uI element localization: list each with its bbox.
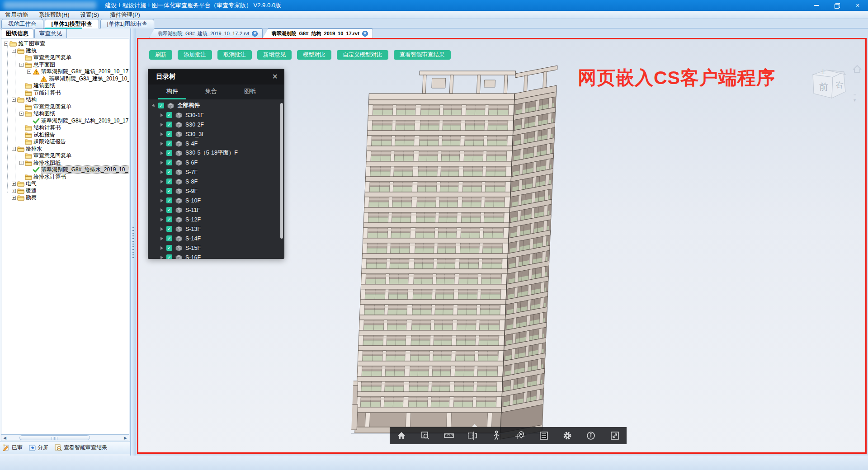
- tree-item[interactable]: 翡翠湖别院_G8#_结构_2019_10_17.r: [1, 118, 129, 125]
- measure-icon[interactable]: [443, 430, 455, 442]
- scroll-left-icon[interactable]: ◀: [1, 435, 8, 441]
- tree-item[interactable]: 结构: [1, 96, 129, 103]
- checkbox-checked[interactable]: ✓: [166, 197, 172, 203]
- tree-item[interactable]: 翡翠湖别院_G8#_给排水_2019_10_17: [1, 166, 129, 174]
- expand-triangle-icon[interactable]: [160, 132, 163, 136]
- tab-close-icon[interactable]: ✕: [252, 31, 258, 37]
- expand-triangle-icon[interactable]: [160, 199, 163, 202]
- menu-item[interactable]: 系统帮助(H): [33, 11, 75, 19]
- catalog-item[interactable]: ✓ S-11F: [148, 205, 284, 215]
- menu-item[interactable]: 设置(S): [75, 11, 104, 19]
- workspace-tab[interactable]: [单体1]模型审查: [45, 19, 99, 28]
- tree-horizontal-scrollbar[interactable]: ◀ ▶: [1, 434, 129, 441]
- tree-item[interactable]: 试桩报告: [1, 132, 129, 139]
- tree-item[interactable]: 审查意见回复单: [1, 54, 129, 61]
- tree-item[interactable]: 翡翠湖别院_G8#_建筑_2019_10_17.r: [1, 68, 129, 75]
- catalog-item[interactable]: ✓ S-6F: [148, 158, 284, 167]
- model-toolbar-button[interactable]: 添加批注: [178, 50, 212, 60]
- building-model[interactable]: [350, 65, 568, 454]
- menu-item[interactable]: 插件管理(P): [104, 11, 146, 19]
- tree-item[interactable]: 施工图审查: [1, 40, 129, 47]
- tree-item[interactable]: 翡翠湖别院_G8#_建筑_2019_10_1: [1, 75, 129, 83]
- menu-item[interactable]: 常用功能: [0, 11, 33, 19]
- checkbox-checked[interactable]: ✓: [166, 245, 172, 251]
- list-icon[interactable]: [538, 430, 550, 442]
- tree-item[interactable]: 审查意见回复单: [1, 152, 129, 160]
- expand-toggle-icon[interactable]: [12, 196, 16, 200]
- model-toolbar-button[interactable]: 查看智能审查结果: [394, 50, 451, 60]
- split-screen-button[interactable]: 分屏: [29, 444, 48, 451]
- expand-triangle-icon[interactable]: [151, 103, 156, 108]
- expand-triangle-icon[interactable]: [160, 123, 163, 127]
- catalog-item[interactable]: ✓ S-16F: [148, 253, 284, 259]
- tree-item[interactable]: 电气: [1, 180, 129, 188]
- tree-item[interactable]: 结构图纸: [1, 110, 129, 118]
- tab-close-icon[interactable]: ✕: [362, 31, 368, 37]
- checkbox-checked[interactable]: ✓: [166, 179, 172, 184]
- expand-toggle-icon[interactable]: [19, 161, 24, 165]
- expand-triangle-icon[interactable]: [160, 227, 163, 231]
- model-toolbar-button[interactable]: 模型对比: [297, 50, 331, 60]
- checkbox-checked[interactable]: ✓: [166, 216, 172, 222]
- expand-triangle-icon[interactable]: [160, 237, 163, 240]
- catalog-item[interactable]: ✓ S-13F: [148, 224, 284, 234]
- catalog-scrollbar-thumb[interactable]: [280, 103, 283, 239]
- checkbox-checked[interactable]: ✓: [166, 207, 172, 213]
- tree-item[interactable]: 超限论证报告: [1, 138, 129, 146]
- workspace-tab[interactable]: 我的工作台: [1, 19, 43, 28]
- checkbox-checked[interactable]: ✓: [166, 112, 172, 118]
- catalog-item[interactable]: ✓ S-14F: [148, 234, 284, 243]
- left-panel-tab[interactable]: 图纸信息: [1, 28, 33, 38]
- model-toolbar-button[interactable]: 取消批注: [217, 50, 252, 60]
- cube-menu-icon[interactable]: ≡▾: [854, 93, 856, 103]
- checkbox-checked[interactable]: ✓: [166, 254, 172, 259]
- map-pin-icon[interactable]: [514, 430, 526, 442]
- tree-item[interactable]: 总平面图: [1, 61, 129, 69]
- tree-item[interactable]: 给排水: [1, 146, 129, 153]
- expand-toggle-icon[interactable]: [19, 112, 24, 116]
- catalog-tab[interactable]: 图纸: [234, 85, 266, 99]
- catalog-item[interactable]: ✓ S-7F: [148, 167, 284, 177]
- expand-triangle-icon[interactable]: [160, 189, 163, 193]
- scroll-right-icon[interactable]: ▶: [122, 435, 129, 441]
- expand-toggle-icon[interactable]: [19, 63, 24, 67]
- catalog-item[interactable]: ✓ S-8F: [148, 177, 284, 186]
- expand-triangle-icon[interactable]: [160, 180, 163, 183]
- document-tab[interactable]: 翡翠湖别院_G8#_结构_2019_10_17.rvt ✕: [263, 28, 373, 38]
- tree-item[interactable]: 给排水图纸: [1, 160, 129, 167]
- catalog-item[interactable]: ✓ S30_3f: [148, 129, 284, 139]
- catalog-tab[interactable]: 构件: [156, 85, 189, 99]
- checkbox-checked[interactable]: ✓: [166, 188, 172, 194]
- expand-triangle-icon[interactable]: [160, 161, 163, 164]
- catalog-item[interactable]: ✓ S-12F: [148, 215, 284, 224]
- expand-triangle-icon[interactable]: [160, 170, 163, 174]
- zoom-area-icon[interactable]: [420, 430, 431, 442]
- expand-toggle-icon[interactable]: [12, 189, 16, 193]
- checkbox-checked[interactable]: ✓: [166, 122, 172, 127]
- smart-review-result-button[interactable]: 查看智能审查结果: [55, 444, 107, 451]
- walk-icon[interactable]: [491, 430, 502, 442]
- workspace-tab[interactable]: [单体1]图纸审查: [100, 19, 154, 28]
- scrollbar-track[interactable]: [8, 435, 122, 441]
- model-toolbar-button[interactable]: 新增意见: [257, 50, 292, 60]
- checkbox-checked[interactable]: ✓: [166, 131, 172, 137]
- fullscreen-icon[interactable]: [609, 430, 621, 442]
- catalog-close-icon[interactable]: ✕: [272, 72, 278, 81]
- section-icon[interactable]: [467, 430, 478, 442]
- catalog-tab[interactable]: 集合: [195, 85, 227, 99]
- scrollbar-thumb[interactable]: [19, 435, 90, 440]
- tree-item[interactable]: 审查意见回复单: [1, 103, 129, 111]
- expand-triangle-icon[interactable]: [160, 151, 163, 155]
- model-toolbar-button[interactable]: 刷新: [149, 50, 172, 60]
- tree-item[interactable]: 暖通: [1, 188, 129, 195]
- expand-triangle-icon[interactable]: [160, 142, 163, 146]
- expand-triangle-icon[interactable]: [160, 218, 163, 221]
- checkbox-checked[interactable]: ✓: [166, 160, 172, 165]
- checkbox-checked[interactable]: ✓: [166, 141, 172, 146]
- tree-item[interactable]: 给排水计算书: [1, 174, 129, 181]
- left-panel-tab[interactable]: 审查意见: [34, 28, 67, 38]
- model-toolbar-button[interactable]: 自定义模型对比: [337, 50, 388, 60]
- document-tab[interactable]: 翡翠湖别院_G8#_建筑_2019_10_17-2.rvt ✕: [149, 28, 263, 38]
- close-button[interactable]: ×: [847, 0, 868, 11]
- settings-gear-icon[interactable]: [561, 430, 573, 442]
